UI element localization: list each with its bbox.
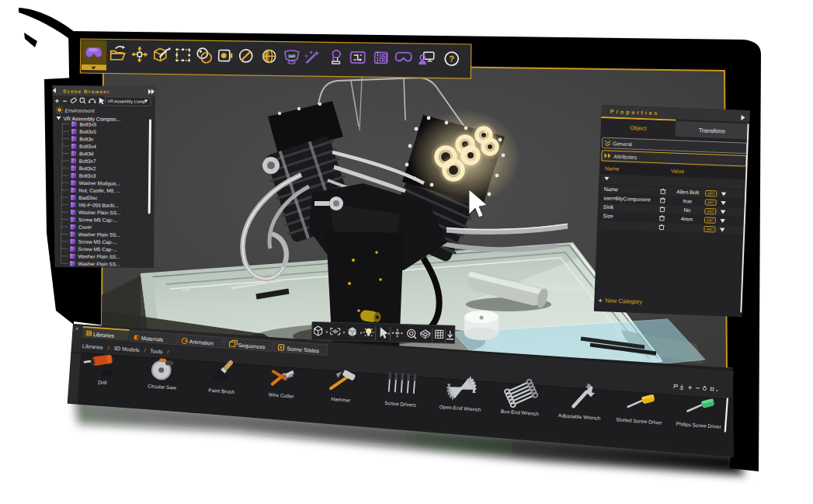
- svg-text:Bolt3x7: Bolt3x7: [79, 158, 96, 164]
- svg-text:?: ?: [449, 54, 454, 63]
- svg-text:4mm: 4mm: [681, 216, 693, 222]
- svg-text:Environment: Environment: [65, 108, 96, 113]
- svg-text:360: 360: [288, 54, 295, 58]
- svg-text:Bolt3x4: Bolt3x4: [79, 144, 96, 149]
- svg-text:✕: ✕: [75, 326, 78, 331]
- svg-text:No: No: [683, 207, 690, 213]
- svg-text:Allen Bolt: Allen Bolt: [676, 189, 699, 195]
- svg-text:ABC: ABC: [707, 192, 715, 196]
- svg-text:Nut, Castle, M8, ...: Nut, Castle, M8, ...: [78, 187, 120, 193]
- svg-text:Object: Object: [630, 124, 648, 132]
- svg-text:ABC: ABC: [706, 228, 714, 231]
- svg-text:+: +: [598, 296, 603, 304]
- svg-text:Bolt3d: Bolt3d: [79, 151, 94, 156]
- svg-text:−: −: [63, 97, 67, 105]
- svg-text:Scene Browser: Scene Browser: [63, 89, 110, 95]
- svg-text:Sink: Sink: [603, 204, 614, 210]
- svg-text:Bolt3x5: Bolt3x5: [79, 121, 96, 127]
- svg-text:VR Assembly Comp: VR Assembly Comp: [107, 99, 145, 104]
- svg-text:ABC: ABC: [707, 200, 714, 204]
- svg-text:Cover: Cover: [78, 224, 92, 230]
- svg-text:Washer Plain SS...: Washer Plain SS...: [78, 231, 121, 238]
- svg-text:Value: Value: [671, 168, 685, 174]
- svg-text:Bolt3x5: Bolt3x5: [79, 129, 96, 134]
- svg-text:true: true: [683, 198, 692, 203]
- svg-text:Washer Plain SS...: Washer Plain SS...: [78, 210, 121, 216]
- svg-text:Bolt3x: Bolt3x: [79, 136, 94, 141]
- svg-text:Name: Name: [605, 165, 620, 172]
- svg-text:Washer Plain SS...: Washer Plain SS...: [78, 253, 120, 259]
- svg-text:Attributes: Attributes: [613, 154, 637, 160]
- svg-text:General: General: [613, 141, 633, 147]
- svg-text:I96-P-055 Backi...: I96-P-055 Backi...: [78, 202, 119, 208]
- svg-text:Bolt3x2: Bolt3x2: [79, 165, 96, 171]
- svg-text:New Category: New Category: [605, 297, 642, 305]
- svg-text:Washer Plain SS...: Washer Plain SS...: [78, 261, 120, 267]
- svg-text:Transform: Transform: [699, 127, 725, 134]
- svg-text:Bolt3x3: Bolt3x3: [79, 173, 96, 179]
- svg-text:ABC: ABC: [707, 210, 714, 214]
- svg-text:BadDisc: BadDisc: [78, 195, 98, 200]
- svg-text:ABC: ABC: [707, 218, 714, 222]
- svg-text:Name: Name: [604, 186, 619, 193]
- svg-text:Drill: Drill: [98, 379, 107, 385]
- svg-text:+: +: [55, 97, 59, 105]
- svg-text:Size: Size: [603, 213, 613, 219]
